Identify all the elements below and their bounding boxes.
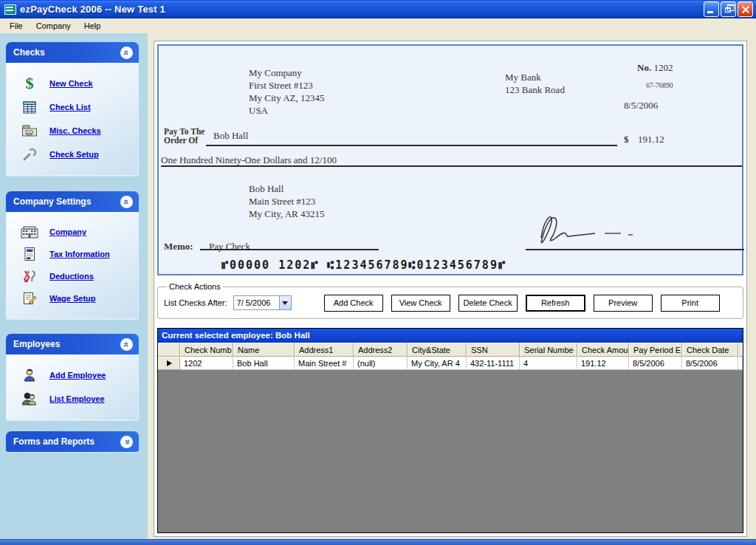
chevron-down-icon: [282, 301, 288, 305]
sidebar-item-label: Check Setup: [49, 150, 99, 159]
sidebar-item-misc-checks[interactable]: Misc. Checks: [7, 119, 138, 143]
signature-line: [526, 234, 744, 250]
building-icon: [20, 225, 39, 239]
date-filter-dropdown[interactable]: 7/ 5/2006: [233, 295, 292, 310]
sidebar-item-label: New Check: [49, 79, 93, 88]
delete-check-button[interactable]: Delete Check: [458, 295, 518, 312]
title-bar: ezPayCheck 2006 -- New Test 1: [0, 0, 756, 18]
collapse-toggle-button[interactable]: [120, 47, 133, 59]
section-title: Forms and Reports: [13, 436, 94, 447]
sidebar-item-check-setup[interactable]: Check Setup: [7, 143, 138, 166]
grid-header-row: Check NumbNameAddress1Address2City&State…: [158, 343, 743, 357]
dollar-icon: $: [20, 75, 39, 92]
cell-name: Bob Hall: [233, 357, 295, 370]
memo-text: Pay Check: [200, 233, 379, 250]
person-icon: [20, 368, 39, 383]
tax-document-icon: [20, 247, 39, 261]
check-list-icon: [20, 100, 39, 114]
column-header-check-date[interactable]: Check Date: [682, 343, 738, 357]
sidebar-item-new-check[interactable]: $New Check: [7, 72, 138, 95]
section-header-employees[interactable]: Employees: [6, 334, 139, 354]
sidebar-item-wage-setup[interactable]: Wage Setup: [7, 287, 138, 309]
sidebar-item-list-employee[interactable]: List Employee: [7, 387, 138, 411]
dropdown-button[interactable]: [279, 296, 291, 309]
preview-button[interactable]: Preview: [594, 295, 653, 312]
check-actions-label: Check Actions: [167, 282, 223, 291]
section-body: Add EmployeeList Employee: [6, 354, 139, 420]
menu-help[interactable]: Help: [78, 20, 108, 32]
section-header-forms-and-reports[interactable]: Forms and Reports: [6, 431, 139, 452]
sidebar-item-label: Check List: [49, 103, 91, 112]
cell-ssn: 432-11-1111: [467, 357, 520, 370]
collapse-toggle-button[interactable]: [120, 338, 133, 351]
chevron-down-icon: [124, 437, 129, 447]
menu-file[interactable]: File: [3, 20, 30, 32]
close-button[interactable]: [738, 1, 753, 17]
misc-checks-icon: [20, 123, 39, 138]
section-body: CompanyTax InformationDeductionsWage Set…: [6, 212, 139, 319]
payee-address: Bob Hall Main Street #123 My City, AR 43…: [249, 182, 324, 220]
date-filter-value: 7/ 5/2006: [234, 296, 279, 309]
menu-bar: FileCompanyHelp: [0, 18, 756, 33]
minimize-icon: [707, 11, 713, 13]
section-header-company-settings[interactable]: Company Settings: [6, 191, 139, 212]
main-panel: My Company First Street #123 My City AZ,…: [154, 41, 747, 537]
section-title: Company Settings: [13, 196, 91, 207]
minimize-button[interactable]: [704, 1, 719, 17]
sidebar-section-company-settings: Company SettingsCompanyTax InformationDe…: [6, 191, 139, 319]
cell-address2: (null): [354, 357, 408, 370]
sidebar-item-label: Tax Information: [49, 250, 110, 258]
wage-notepad-icon: [20, 291, 39, 306]
sidebar-item-deductions[interactable]: Deductions: [7, 265, 138, 287]
menu-company[interactable]: Company: [30, 20, 78, 32]
sidebar-section-forms-and-reports: Forms and Reports: [6, 431, 139, 452]
column-header-check-amoun[interactable]: Check Amoun: [577, 343, 629, 357]
cell-serial-numbe: 4: [520, 357, 577, 370]
check-number: No. 1202: [637, 62, 673, 74]
sidebar-item-label: Deductions: [49, 272, 94, 281]
column-header-serial-numbe[interactable]: Serial Numbe: [520, 343, 577, 357]
column-header-address2[interactable]: Address2: [354, 343, 408, 357]
column-header-filler: [738, 343, 743, 357]
collapse-toggle-button[interactable]: [120, 196, 133, 208]
sidebar-item-check-list[interactable]: Check List: [7, 95, 138, 119]
section-body: $New CheckCheck ListMisc. ChecksCheck Se…: [6, 63, 139, 176]
sidebar-item-tax-information[interactable]: Tax Information: [7, 243, 138, 265]
restore-button[interactable]: [721, 1, 736, 17]
check-bank-address: My Bank 123 Bank Road: [505, 71, 565, 96]
app-icon: [4, 4, 16, 15]
sidebar-section-employees: EmployeesAdd EmployeeList Employee: [6, 334, 139, 420]
micr-line: ⑈00000 1202⑈ ⑆123456789⑆0123456789⑈: [221, 258, 506, 272]
column-header-address1[interactable]: Address1: [295, 343, 354, 357]
sidebar-item-label: List Employee: [49, 394, 105, 403]
sidebar-item-label: Add Employee: [49, 371, 106, 380]
view-check-button[interactable]: View Check: [391, 295, 450, 312]
add-check-button[interactable]: Add Check: [324, 295, 383, 312]
column-header-city-state[interactable]: City&State: [408, 343, 467, 357]
cell-check-date: 8/5/2006: [682, 357, 738, 370]
cell-check-numb: 1202: [180, 357, 233, 370]
check-fraction-code: 67-76890: [646, 82, 673, 89]
cell-pay-period-e: 8/5/2006: [629, 357, 682, 370]
column-header-pay-period-e[interactable]: Pay Period E: [629, 343, 682, 357]
column-header-ssn[interactable]: SSN: [467, 343, 520, 357]
payee-name: Bob Hall: [206, 130, 617, 146]
sidebar-item-label: Company: [49, 227, 86, 236]
column-header-check-numb[interactable]: Check Numb: [180, 343, 233, 357]
window-bottom-border: [0, 539, 756, 545]
sidebar-item-add-employee[interactable]: Add Employee: [7, 363, 138, 387]
close-icon: [741, 5, 750, 14]
refresh-button[interactable]: Refresh: [526, 295, 585, 312]
memo-label: Memo:: [164, 241, 193, 253]
check-list-grid: Current selected employee: Bob Hall Chec…: [157, 328, 743, 533]
section-header-checks[interactable]: Checks: [6, 42, 139, 63]
print-button[interactable]: Print: [661, 295, 720, 312]
restore-icon: [725, 7, 731, 13]
cell-filler: [738, 357, 743, 370]
deductions-tools-icon: [20, 269, 39, 284]
column-header-name[interactable]: Name: [233, 343, 295, 357]
list-checks-after-label: List Checks After:: [164, 298, 227, 307]
collapse-toggle-button[interactable]: [120, 436, 133, 448]
table-row[interactable]: 1202Bob HallMain Street #(null)My City, …: [158, 357, 743, 370]
sidebar-item-company[interactable]: Company: [7, 221, 138, 243]
